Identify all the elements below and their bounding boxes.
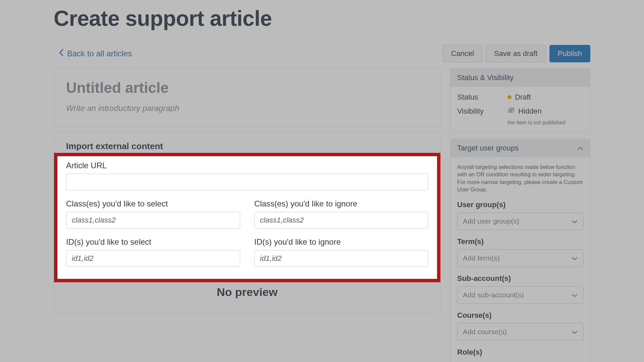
back-link-label: Back to all articles — [67, 49, 132, 58]
courses-label: Course(s) — [457, 311, 583, 320]
status-visibility-panel: Status & Visibility Status Draft — [450, 68, 590, 133]
target-panel-title: Target user groups — [457, 144, 519, 153]
courses-select[interactable]: Add course(s) — [457, 323, 583, 341]
status-dot-icon — [507, 95, 512, 99]
roles-label: Role(s) — [457, 348, 583, 357]
import-external-card: Import external content Article URL Clas… — [54, 131, 441, 312]
chevron-down-icon — [572, 254, 578, 262]
user-groups-select[interactable]: Add user group(s) — [457, 213, 583, 230]
terms-label: Term(s) — [457, 237, 583, 246]
id-ignore-input[interactable] — [254, 250, 428, 267]
class-select-input[interactable] — [66, 212, 240, 229]
chevron-down-icon — [572, 217, 578, 225]
terms-placeholder: Add term(s) — [463, 254, 500, 262]
status-label: Status — [457, 93, 507, 102]
subaccounts-placeholder: Add sub-account(s) — [463, 291, 524, 299]
cancel-button[interactable]: Cancel — [443, 45, 482, 62]
page-title: Create support article — [54, 0, 590, 31]
visibility-value: Hidden — [518, 107, 542, 116]
publish-button[interactable]: Publish — [549, 45, 590, 62]
class-ignore-input[interactable] — [254, 212, 428, 229]
visibility-label: Visibility — [457, 107, 507, 116]
status-panel-header[interactable]: Status & Visibility — [450, 69, 590, 87]
article-url-input[interactable] — [66, 174, 428, 190]
import-heading: Import external content — [66, 141, 428, 152]
chevron-left-icon — [59, 49, 64, 58]
target-user-groups-panel: Target user groups Any/all targeting sel… — [450, 139, 590, 362]
no-preview-label: No preview — [66, 286, 428, 299]
save-draft-button[interactable]: Save as draft — [486, 45, 546, 62]
status-value: Draft — [515, 93, 531, 102]
back-to-articles-link[interactable]: Back to all articles — [54, 49, 132, 58]
eye-off-icon — [507, 107, 515, 116]
article-title-input[interactable]: Untitled article — [66, 79, 428, 96]
id-select-label: ID(s) you'd like to select — [66, 237, 240, 247]
chevron-up-icon — [577, 144, 583, 153]
target-panel-header[interactable]: Target user groups — [450, 139, 590, 157]
user-groups-placeholder: Add user group(s) — [463, 217, 519, 225]
terms-select[interactable]: Add term(s) — [457, 249, 583, 267]
target-note: Any/all targeting selections made below … — [457, 163, 583, 193]
user-groups-label: User group(s) — [457, 200, 583, 209]
class-select-label: Class(es) you'd like to select — [66, 199, 240, 208]
chevron-down-icon — [572, 328, 578, 336]
status-panel-title: Status & Visibility — [457, 73, 514, 82]
visibility-note: the item is not published — [507, 120, 566, 126]
class-ignore-label: Class(es) you'd like to ignore — [254, 199, 428, 208]
subaccounts-label: Sub-account(s) — [457, 274, 583, 283]
article-title-card: Untitled article Write an introductory p… — [54, 68, 441, 127]
courses-placeholder: Add course(s) — [463, 328, 507, 336]
id-select-input[interactable] — [66, 250, 240, 267]
article-intro-input[interactable]: Write an introductory paragraph — [66, 104, 428, 113]
chevron-down-icon — [572, 291, 578, 299]
article-url-label: Article URL — [66, 161, 428, 170]
subaccounts-select[interactable]: Add sub-account(s) — [457, 286, 583, 304]
id-ignore-label: ID(s) you'd like to ignore — [254, 237, 428, 247]
